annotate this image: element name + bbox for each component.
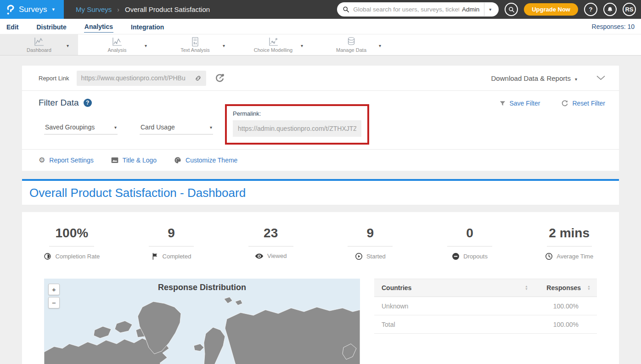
search-icon (508, 6, 515, 13)
stat-value: 9 (320, 226, 420, 241)
share-report-icon[interactable] (215, 73, 225, 83)
bell-icon (607, 6, 613, 13)
stat-value: 23 (221, 226, 320, 241)
stat-label: Completed (163, 253, 191, 260)
reset-filter-button[interactable]: Reset Filter (561, 100, 605, 107)
divider (49, 246, 94, 246)
toolbar-item-analysis[interactable]: Analysis ▾ (78, 34, 156, 55)
chevron-down-icon[interactable]: ▾ (301, 43, 303, 48)
chevron-down-icon[interactable]: ▾ (145, 43, 147, 48)
divider (547, 246, 592, 246)
link-icon[interactable] (194, 74, 202, 82)
permalink-highlight-box: Permalink: (225, 104, 369, 145)
tab-integration[interactable]: Integration (130, 21, 164, 33)
report-row-actions: Download Data & Reports▾ (491, 74, 605, 82)
survey-tab-bar: Edit Distribute Analytics Integration Re… (0, 19, 641, 34)
permalink-input[interactable] (238, 125, 356, 132)
image-icon (111, 157, 118, 163)
column-countries: Countries (382, 284, 411, 291)
permalink-field[interactable] (233, 120, 361, 137)
stat-value: 9 (122, 226, 221, 241)
divider (348, 246, 393, 246)
help-circle-icon[interactable]: ? (84, 99, 92, 107)
toolbar-item-manage-data[interactable]: Manage Data ▾ (312, 34, 390, 55)
analysis-chart-icon (111, 37, 123, 47)
top-bar: Surveys ▾ My Surveys › Overall Product S… (0, 0, 641, 19)
chevron-down-icon[interactable]: ▾ (67, 43, 69, 48)
toolbar-item-text-analysis[interactable]: Text Analysis ▾ (156, 34, 234, 55)
breadcrumb-my-surveys[interactable]: My Surveys (76, 6, 112, 13)
notifications-button[interactable] (603, 3, 617, 16)
brand-menu[interactable]: Surveys ▾ (0, 0, 64, 19)
search-input[interactable] (353, 6, 459, 13)
saved-groupings-select[interactable]: Saved Groupings▾ (44, 121, 118, 134)
country-responses: 100.00% (535, 302, 590, 310)
dashboard-title-panel: Overall Product Satisfaction - Dashboard (22, 179, 619, 205)
stat-started: 9 Started (320, 226, 420, 260)
stat-completed: 9 Completed (122, 226, 221, 260)
help-button[interactable]: ? (584, 3, 597, 16)
toolbar-item-choice-modelling[interactable]: Choice Modelling ▾ (234, 34, 312, 55)
report-filter-panel: Report Link Download Data & Reports▾ Fil… (22, 66, 619, 171)
report-link-field[interactable] (77, 71, 206, 86)
avatar-initials: RS (625, 6, 633, 13)
toolbar-item-label: Choice Modelling (254, 47, 292, 53)
report-link-row: Report Link Download Data & Reports▾ (22, 66, 619, 91)
caret-down-icon: ▾ (114, 125, 117, 130)
toolbar-item-label: Dashboard (27, 47, 51, 53)
country-responses: 100.00% (535, 321, 590, 328)
stat-dropouts: 0 Dropouts (420, 226, 520, 260)
caret-down-icon: ▾ (575, 77, 577, 82)
report-link-input[interactable] (81, 74, 194, 82)
upgrade-now-button[interactable]: Upgrade Now (524, 3, 578, 16)
search-button[interactable] (505, 3, 518, 16)
play-circle-icon (355, 252, 363, 260)
chevron-down-icon[interactable]: ▾ (379, 43, 381, 48)
filter-actions: Save Filter Reset Filter (499, 100, 606, 107)
map-and-table-row: Response Distribution + − Countries ▲▼ R… (22, 279, 619, 364)
tab-distribute[interactable]: Distribute (36, 21, 67, 33)
dashboard-chart-icon (33, 37, 45, 47)
avatar[interactable]: RS (623, 3, 636, 16)
countries-table-header: Countries ▲▼ Responses ▲▼ (374, 279, 597, 297)
stat-completion-rate: 100% Completion Rate (22, 226, 122, 260)
stat-viewed: 23 Viewed (221, 226, 320, 260)
divider (248, 246, 293, 246)
card-usage-select[interactable]: Card Usage▾ (140, 121, 213, 134)
country-name: Unknown (382, 302, 535, 310)
choice-modelling-icon (267, 37, 279, 47)
breadcrumb-current: Overall Product Satisfaction (125, 6, 210, 13)
collapse-chevron-icon[interactable] (596, 75, 605, 81)
tab-edit[interactable]: Edit (6, 21, 19, 33)
report-settings-link[interactable]: ⚙ Report Settings (39, 157, 94, 164)
map-title: Response Distribution (44, 283, 360, 292)
gear-icon: ⚙ (39, 157, 45, 164)
title-logo-link[interactable]: Title & Logo (111, 157, 157, 164)
save-filter-button[interactable]: Save Filter (499, 100, 540, 107)
tab-analytics[interactable]: Analytics (84, 20, 113, 33)
questionpro-logo (6, 4, 15, 15)
search-scope: Admin (462, 6, 479, 13)
toolbar-item-dashboard[interactable]: Dashboard ▾ (0, 34, 78, 55)
clock-icon (545, 252, 553, 260)
customize-theme-link[interactable]: Customize Theme (174, 157, 237, 164)
stats-row: 100% Completion Rate 9 Completed (22, 226, 619, 260)
question-mark-icon: ? (589, 6, 593, 13)
table-row: Unknown 100.00% (374, 297, 597, 315)
responses-count: Responses: 10 (592, 23, 641, 30)
flag-icon (152, 252, 159, 260)
zoom-out-button[interactable]: − (48, 297, 60, 308)
search-scope-caret-icon[interactable]: ▾ (484, 7, 493, 12)
filter-data-title: Filter Data (39, 98, 79, 108)
column-responses: Responses (546, 284, 581, 291)
zoom-in-button[interactable]: + (48, 284, 60, 295)
response-distribution-map[interactable]: Response Distribution + − (44, 279, 360, 364)
product-name: Surveys (19, 5, 47, 14)
palette-icon (174, 157, 181, 164)
global-search[interactable]: Admin ▾ (337, 2, 499, 17)
chevron-down-icon[interactable]: ▾ (223, 43, 225, 48)
download-data-reports-menu[interactable]: Download Data & Reports▾ (491, 74, 577, 82)
table-row-total: Total 100.00% (374, 315, 597, 334)
sort-icon[interactable]: ▲▼ (587, 285, 590, 291)
sort-icon[interactable]: ▲▼ (525, 285, 528, 291)
